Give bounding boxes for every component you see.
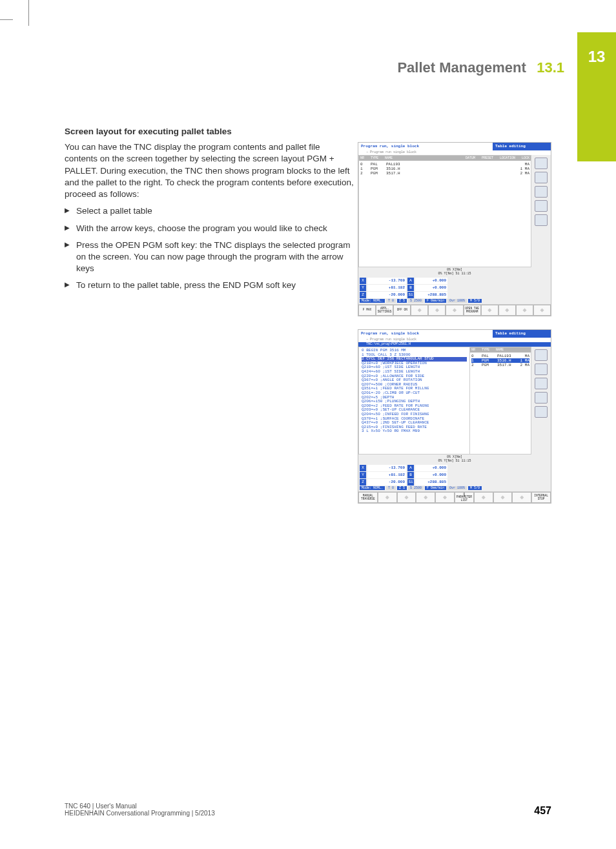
fig1-table-rows: 0PALPAL193 MA1PGM3516.H1 MA2PGM3517.H2 M… — [359, 161, 531, 177]
side-icon — [535, 200, 548, 212]
fig2-main-pane: 0 BEGIN PGM 3516 MM1 TOOL CALL 3 Z S3000… — [358, 347, 531, 455]
crop-marks — [0, 0, 616, 39]
side-icon — [535, 378, 548, 389]
fig1-subtitle: → Program run single block — [358, 150, 551, 155]
fig1-side-icons — [531, 155, 551, 267]
softkey[interactable] — [428, 305, 446, 316]
softkey[interactable]: Q PARAMETER LIST — [455, 492, 474, 503]
fig1-table-header: NR TYPE NAME DATUM PRESET LOCATION LOCK — [359, 156, 531, 161]
softkey[interactable] — [411, 305, 428, 316]
fig2-table-header: NR TYPE NAME — [470, 347, 531, 353]
section-heading: Screen layout for executing pallet table… — [65, 126, 355, 138]
page-footer: TNC 640 | User's Manual HEIDENHAIN Conve… — [65, 803, 551, 817]
softkey[interactable]: MANUAL TRAVERSE — [358, 492, 378, 503]
softkey[interactable] — [493, 492, 513, 503]
bullet-item: Press the OPEN PGM soft key: the TNC dis… — [65, 240, 355, 275]
side-icon — [535, 363, 548, 375]
bullet-item: Select a pallet table — [65, 205, 355, 217]
softkey[interactable] — [481, 305, 498, 316]
fig2-status: 0% X[Nm] 0% Y[Nm] S1 11:15 — [358, 455, 551, 464]
header-section: 13.1 — [537, 59, 564, 76]
softkey[interactable]: APPL. SETTINGS — [376, 305, 393, 316]
softkey[interactable] — [416, 492, 435, 503]
softkey[interactable] — [435, 492, 455, 503]
fig2-axes: X-13.769A+0.000Y+81.182B+0.000Z-20.000S1… — [358, 464, 551, 491]
screenshot-figure-2: Program run, single block Table editing … — [358, 329, 551, 504]
side-icon — [535, 392, 548, 404]
chapter-tab: 13 — [577, 32, 616, 161]
softkey[interactable] — [533, 305, 551, 316]
screenshot-figure-1: Program run, single block Table editing … — [358, 142, 551, 316]
fig2-side-icons — [531, 347, 551, 455]
bullet-item: To return to the pallet table, press the… — [65, 280, 355, 291]
fig1-title-right: Table editing — [493, 143, 551, 150]
side-icon — [535, 349, 548, 361]
page-header: Pallet Management 13.1 — [0, 59, 577, 76]
softkey[interactable] — [474, 492, 493, 503]
bullet-list: Select a pallet table With the arrow key… — [65, 205, 355, 291]
fig2-title-left: Program run, single block — [358, 330, 493, 338]
side-icon — [535, 214, 548, 226]
softkey[interactable]: OPEN THE PROGRAM — [464, 305, 481, 316]
side-icon — [535, 158, 548, 169]
fig2-title-right: Table editing — [493, 330, 551, 338]
section-paragraph: You can have the TNC display the program… — [65, 141, 355, 200]
header-title: Pallet Management — [397, 59, 526, 76]
side-icon — [535, 172, 548, 183]
fig2-table-rows: 0PALPAL193 MA1PGM3516.H1 MA2PGM3517.H2 M… — [470, 353, 531, 369]
fig1-status: 0% X[Nm] 0% Y[Nm] S1 11:15 — [358, 267, 551, 276]
footer-text: TNC 640 | User's Manual HEIDENHAIN Conve… — [65, 803, 215, 817]
fig1-softkeys: F MAXAPPL. SETTINGSOFF ONOPEN THE PROGRA… — [358, 304, 551, 316]
body-content: Screen layout for executing pallet table… — [65, 126, 355, 297]
softkey[interactable] — [397, 492, 416, 503]
softkey[interactable] — [446, 305, 463, 316]
side-icon — [535, 186, 548, 198]
softkey[interactable]: F MAX — [358, 305, 376, 316]
figures: Program run, single block Table editing … — [358, 142, 551, 517]
fig1-main-pane: NR TYPE NAME DATUM PRESET LOCATION LOCK … — [358, 155, 531, 267]
softkey[interactable] — [516, 305, 533, 316]
fig2-code: 0 BEGIN PGM 3516 MM1 TOOL CALL 3 Z S3000… — [359, 347, 469, 435]
softkey[interactable] — [498, 305, 516, 316]
softkey[interactable]: INTERNAL STOP — [531, 492, 551, 503]
fig1-title-left: Program run, single block — [358, 143, 493, 150]
fig2-softkeys: MANUAL TRAVERSEQ PARAMETER LISTINTERNAL … — [358, 491, 551, 503]
softkey[interactable]: OFF ON — [393, 305, 411, 316]
bullet-item: With the arrow keys, choose the program … — [65, 223, 355, 234]
fig2-path: TNC:\nc_prog\PGM\2561.H — [358, 342, 551, 347]
page-number: 457 — [534, 805, 551, 817]
softkey[interactable] — [378, 492, 397, 503]
side-icon — [535, 406, 548, 418]
fig1-axes: X-13.769A+0.000Y+81.182B+0.000Z-20.000S1… — [358, 276, 551, 304]
fig2-subtitle: → Program run single block — [358, 338, 551, 342]
softkey[interactable] — [512, 492, 531, 503]
